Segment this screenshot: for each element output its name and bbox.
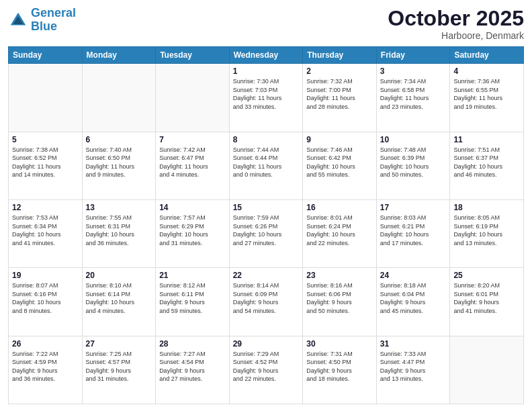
day-number: 11 [453,135,520,144]
day-info-line: Daylight: 11 hours [453,95,502,101]
day-info-line: and 54 minutes. [233,308,276,314]
day-info-line: and 50 minutes. [306,308,349,314]
table-cell [9,64,83,132]
day-info-line: Sunrise: 7:36 AM [453,78,500,85]
day-info-line: Sunset: 6:21 PM [380,223,425,230]
day-number: 3 [380,66,447,76]
day-number: 6 [86,135,152,144]
table-cell: 23Sunrise: 8:16 AMSunset: 6:06 PMDayligh… [303,268,377,336]
day-number: 14 [159,203,226,212]
header-wednesday: Wednesday [229,47,303,64]
day-info-line: Sunrise: 7:44 AM [233,146,279,153]
day-info-line: Sunrise: 7:33 AM [380,351,427,357]
day-info-line: and 31 minutes. [159,240,202,246]
day-info-line: Sunrise: 8:16 AM [306,282,353,289]
day-number: 10 [380,135,447,144]
day-info-line: Sunrise: 7:57 AM [159,214,206,221]
day-info-line: Sunrise: 7:34 AM [380,78,427,85]
day-info-line: Sunrise: 7:27 AM [159,351,206,357]
day-number: 20 [86,271,152,280]
day-info-line: and 41 minutes. [12,240,55,246]
day-number: 31 [380,339,447,349]
day-info-line: Daylight: 9 hours [306,299,352,306]
day-number: 4 [453,66,520,76]
table-cell: 29Sunrise: 7:29 AMSunset: 4:52 PMDayligh… [229,336,303,404]
day-number: 12 [12,203,79,212]
day-info: Sunrise: 7:48 AMSunset: 6:39 PMDaylight:… [380,146,447,179]
header-thursday: Thursday [303,47,377,64]
day-number: 15 [233,203,300,212]
day-info-line: and 19 minutes. [453,103,496,110]
day-number: 13 [86,203,152,212]
day-info: Sunrise: 7:40 AMSunset: 6:50 PMDaylight:… [86,146,152,179]
day-number: 7 [159,135,226,144]
day-info-line: Daylight: 11 hours [306,95,355,101]
day-info-line: Daylight: 10 hours [233,231,282,238]
day-info: Sunrise: 7:44 AMSunset: 6:44 PMDaylight:… [233,146,300,179]
day-info: Sunrise: 7:51 AMSunset: 6:37 PMDaylight:… [453,146,520,179]
day-info: Sunrise: 7:55 AMSunset: 6:31 PMDaylight:… [86,214,152,247]
day-info-line: and 18 minutes. [306,375,349,382]
day-info-line: Sunset: 6:24 PM [306,223,351,230]
table-cell: 19Sunrise: 8:07 AMSunset: 6:16 PMDayligh… [9,268,83,336]
day-info: Sunrise: 8:05 AMSunset: 6:19 PMDaylight:… [453,214,520,247]
day-number: 25 [453,271,520,280]
day-info: Sunrise: 7:53 AMSunset: 6:34 PMDaylight:… [12,214,79,247]
table-cell: 26Sunrise: 7:22 AMSunset: 4:59 PMDayligh… [9,336,83,404]
day-info-line: Daylight: 10 hours [380,163,429,170]
day-info-line: Sunrise: 8:10 AM [86,282,132,289]
day-info-line: and 4 minutes. [159,171,199,178]
table-cell: 27Sunrise: 7:25 AMSunset: 4:57 PMDayligh… [82,336,156,404]
week-row-1: 1Sunrise: 7:30 AMSunset: 7:03 PMDaylight… [9,64,524,132]
table-cell: 4Sunrise: 7:36 AMSunset: 6:55 PMDaylight… [450,64,524,132]
day-info: Sunrise: 7:31 AMSunset: 4:50 PMDaylight:… [306,350,373,383]
day-info-line: Sunset: 6:11 PM [159,291,204,298]
day-info-line: Sunset: 4:57 PM [86,359,131,365]
day-info-line: Sunset: 6:44 PM [233,154,278,161]
day-info-line: and 36 minutes. [12,375,55,382]
table-cell: 6Sunrise: 7:40 AMSunset: 6:50 PMDaylight… [82,132,156,199]
day-info-line: and 28 minutes. [306,103,349,110]
day-info-line: and 23 minutes. [380,103,423,110]
table-cell: 13Sunrise: 7:55 AMSunset: 6:31 PMDayligh… [82,199,156,267]
day-info: Sunrise: 8:14 AMSunset: 6:09 PMDaylight:… [233,281,300,315]
day-info-line: Sunset: 6:31 PM [86,223,131,230]
day-info: Sunrise: 7:22 AMSunset: 4:59 PMDaylight:… [12,350,79,383]
table-cell: 3Sunrise: 7:34 AMSunset: 6:58 PMDaylight… [376,64,450,132]
table-cell: 7Sunrise: 7:42 AMSunset: 6:47 PMDaylight… [156,132,230,199]
day-info: Sunrise: 7:29 AMSunset: 4:52 PMDaylight:… [233,350,300,383]
day-info-line: and 55 minutes. [306,171,349,178]
day-info-line: Daylight: 9 hours [380,299,426,306]
day-number: 22 [233,271,300,280]
day-info-line: Sunset: 4:50 PM [306,359,351,365]
day-info-line: and 27 minutes. [233,240,276,246]
table-cell: 5Sunrise: 7:38 AMSunset: 6:52 PMDaylight… [9,132,83,199]
day-info-line: and 13 minutes. [380,375,423,382]
day-info-line: Sunset: 6:09 PM [233,291,278,298]
day-info-line: Daylight: 9 hours [86,367,132,374]
day-info-line: Daylight: 9 hours [12,367,58,374]
day-info-line: and 9 minutes. [86,171,126,178]
day-number: 8 [233,135,300,144]
day-info: Sunrise: 7:32 AMSunset: 7:00 PMDaylight:… [306,77,373,111]
day-info-line: Daylight: 11 hours [159,163,208,170]
day-info-line: Sunset: 6:50 PM [86,154,131,161]
table-cell: 22Sunrise: 8:14 AMSunset: 6:09 PMDayligh… [229,268,303,336]
day-number: 9 [306,135,373,144]
month-title: October 2025 [388,7,524,30]
day-info-line: Sunset: 6:04 PM [380,291,425,298]
day-info: Sunrise: 7:36 AMSunset: 6:55 PMDaylight:… [453,77,520,111]
day-info-line: and 4 minutes. [86,308,126,314]
day-info: Sunrise: 8:16 AMSunset: 6:06 PMDaylight:… [306,281,373,315]
table-cell: 31Sunrise: 7:33 AMSunset: 4:47 PMDayligh… [376,336,450,404]
table-cell: 10Sunrise: 7:48 AMSunset: 6:39 PMDayligh… [376,132,450,199]
day-info-line: Sunset: 6:58 PM [380,87,425,93]
day-info-line: Daylight: 9 hours [233,299,279,306]
table-cell: 20Sunrise: 8:10 AMSunset: 6:14 PMDayligh… [82,268,156,336]
day-info: Sunrise: 7:42 AMSunset: 6:47 PMDaylight:… [159,146,226,179]
day-info: Sunrise: 8:12 AMSunset: 6:11 PMDaylight:… [159,281,226,315]
day-number: 28 [159,339,226,349]
day-info-line: Sunrise: 7:30 AM [233,78,279,85]
day-info-line: Daylight: 11 hours [233,163,282,170]
title-area: October 2025 Harboore, Denmark [388,7,524,41]
